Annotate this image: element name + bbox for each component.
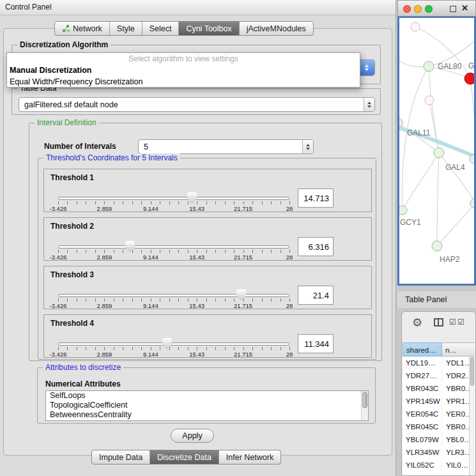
network-edge[interactable]	[399, 37, 474, 67]
combobox-arrows-icon[interactable]	[359, 60, 374, 75]
number-of-intervals-combobox[interactable]: 5	[138, 139, 314, 154]
scale-label: 9.144	[143, 302, 158, 309]
attribute-list-item[interactable]: BetweennessCentrality	[46, 410, 368, 420]
scale-label: -3.426	[50, 351, 67, 358]
threshold-value-field[interactable]	[298, 188, 334, 208]
table-data-combobox[interactable]: galFiltered.sif default node	[19, 97, 375, 112]
threshold-value-field[interactable]	[298, 334, 334, 353]
bottom-tab-discretize-data[interactable]: Discretize Data	[150, 450, 219, 464]
tab-label: Infer Network	[226, 453, 273, 462]
scale-label: 28	[286, 302, 293, 309]
mac-zoom-button[interactable]	[425, 5, 433, 13]
attribute-list-item[interactable]: TopologicalCoefficient	[46, 401, 368, 410]
threshold-slider[interactable]: -3.4262.8599.14415.4321.71528	[58, 241, 289, 260]
network-edge[interactable]	[470, 79, 474, 203]
spinner-arrows-icon[interactable]	[302, 140, 313, 153]
scrollbar-thumb[interactable]	[362, 392, 367, 408]
tab-network[interactable]: Network	[55, 22, 109, 35]
close-window-icon[interactable]: ✕	[461, 3, 468, 13]
dropdown-item-list: Manual DiscretizationEqual Width/Frequen…	[7, 65, 360, 88]
table-row[interactable]: YPR145WYPR1…	[403, 395, 475, 408]
interval-definition-legend: Interval Definition	[35, 118, 99, 127]
algorithm-option[interactable]: Equal Width/Frequency Discretization	[7, 76, 360, 88]
slider-track[interactable]	[58, 342, 289, 346]
network-canvas[interactable]: GAL80GAL4GCY1HAP2GAL11GA	[397, 17, 476, 286]
network-edge[interactable]	[399, 123, 439, 153]
tab-label: Network	[73, 24, 102, 33]
bottom-tab-infer-network[interactable]: Infer Network	[219, 450, 280, 464]
table-cell[interactable]: YLR345W	[403, 446, 442, 459]
network-node-gcy1[interactable]	[399, 206, 407, 215]
network-node[interactable]	[470, 198, 474, 208]
table-cell[interactable]: YIL052C	[403, 459, 442, 472]
threshold-slider[interactable]: -3.4262.8599.14415.4321.71528	[58, 289, 289, 309]
network-edge[interactable]	[429, 100, 439, 153]
tab-jactivemnodules[interactable]: jActiveMNodules	[239, 22, 313, 35]
tab-select[interactable]: Select	[142, 22, 179, 35]
table-cell[interactable]: YBR045C	[403, 420, 442, 433]
algorithm-option[interactable]: Manual Discretization	[7, 65, 360, 76]
table-scrollbar[interactable]	[469, 357, 475, 475]
threshold-label: Threshold 1	[50, 173, 94, 182]
threshold-box: Threshold 3 -3.4262.8599.14415.4321.7152…	[43, 266, 372, 309]
table-cell[interactable]: YDR27…	[403, 369, 442, 382]
threshold-value-field[interactable]	[298, 286, 334, 305]
network-node[interactable]	[464, 73, 474, 84]
threshold-value-field[interactable]	[298, 237, 334, 256]
gear-icon[interactable]: ⚙	[412, 316, 422, 330]
network-edge[interactable]	[439, 153, 474, 203]
network-icon	[62, 24, 70, 33]
table-cell[interactable]: YPR145W	[403, 395, 442, 408]
network-edge[interactable]	[403, 153, 439, 210]
threshold-slider[interactable]: -3.4262.8599.14415.4321.71528	[58, 192, 289, 211]
table-cell[interactable]: YBL079W	[403, 433, 442, 446]
tab-cyni-toolbox[interactable]: Cyni Toolbox	[178, 22, 238, 35]
network-edge[interactable]	[437, 153, 439, 246]
spinner-arrows-icon[interactable]	[364, 98, 374, 111]
node-label: GAL11	[407, 128, 431, 137]
table-row[interactable]: YDR27…YDR2…	[403, 369, 475, 382]
numerical-attributes-label: Numerical Attributes	[45, 380, 121, 388]
node-label: HAP2	[440, 255, 460, 264]
slider-track[interactable]	[58, 197, 289, 200]
attribute-list-item[interactable]: SelfLoops	[46, 391, 368, 401]
network-node[interactable]	[425, 96, 434, 105]
network-node-hap2[interactable]	[432, 241, 442, 251]
threshold-slider[interactable]: -3.4262.8599.14415.4321.71528	[58, 338, 289, 357]
mac-close-button[interactable]	[403, 5, 411, 13]
table-cell[interactable]: YDL19…	[403, 357, 442, 369]
slider-track[interactable]	[58, 245, 289, 249]
table-row[interactable]: YBR045CYBR0…	[403, 420, 475, 433]
table-cell[interactable]: YBR043C	[403, 382, 442, 395]
table-cell[interactable]: YER054C	[403, 408, 442, 420]
column-header-name[interactable]: n…	[442, 342, 475, 357]
float-window-icon[interactable]	[450, 6, 456, 12]
scale-label: 21.715	[234, 205, 252, 212]
tab-style[interactable]: Style	[109, 22, 142, 35]
table-row[interactable]: YLR345WYLR3…	[403, 446, 475, 459]
select-none-icon[interactable]: ☑	[457, 318, 464, 326]
network-node-gal80[interactable]	[424, 61, 434, 72]
column-header-shared[interactable]: shared…	[403, 342, 442, 357]
attributes-scrollbar[interactable]	[361, 391, 368, 420]
table-panel-header: Table Panel	[397, 291, 476, 308]
bottom-tab-impute-data[interactable]: Impute Data	[92, 450, 150, 464]
table-row[interactable]: YER054CYER0…	[403, 408, 475, 420]
table-row[interactable]: YBL079WYBL0…	[403, 433, 475, 446]
slider-scale: -3.4262.8599.14415.4321.71528	[58, 351, 289, 358]
attributes-listbox[interactable]: SelfLoopsTopologicalCoefficientBetweenne…	[45, 390, 369, 421]
slider-track[interactable]	[58, 294, 289, 297]
apply-button[interactable]: Apply	[171, 429, 214, 443]
table-row[interactable]: YIL052CYIL0…	[403, 459, 475, 472]
table-row[interactable]: YDL19…YDL1…	[403, 357, 475, 369]
mac-minimize-button[interactable]	[414, 5, 422, 13]
network-edge[interactable]	[437, 203, 474, 246]
network-node-gal4[interactable]	[434, 148, 444, 158]
control-panel-titlebar: Control Panel	[0, 0, 395, 15]
columns-icon[interactable]	[434, 318, 443, 326]
select-all-icon[interactable]: ☑	[449, 318, 456, 326]
table-row[interactable]: YBR043CYBR0…	[403, 382, 475, 395]
scrollbar-thumb[interactable]	[470, 357, 474, 386]
slider-scale: -3.4262.8599.14415.4321.71528	[58, 302, 289, 310]
network-node[interactable]	[411, 22, 420, 31]
